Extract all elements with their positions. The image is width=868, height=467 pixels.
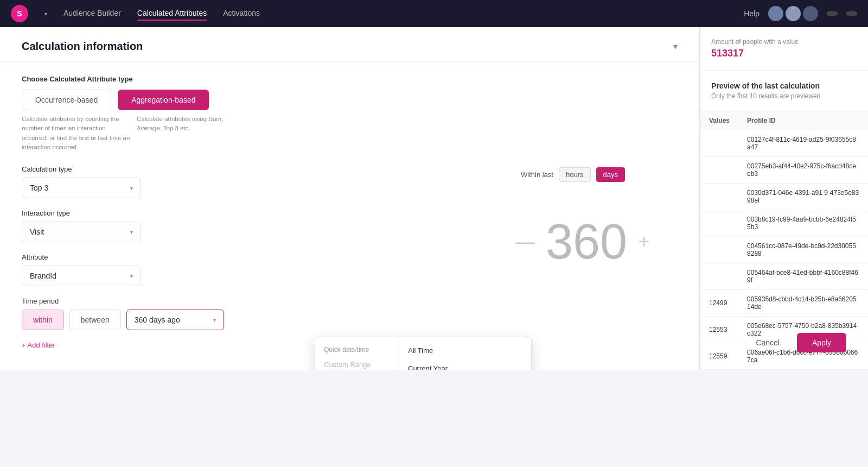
aggregation-based-button[interactable]: Aggregation-based [118,90,209,110]
right-panel: Amount of people with a value 513317 Pre… [700,27,868,370]
attr-type-descs: Calculate attributes by counting the num… [22,115,678,152]
attribute-dropdown[interactable]: BrandId ▾ [22,266,141,286]
aggregation-based-desc: Calculate attributes using Sum, Average,… [137,115,245,152]
avatar-3 [803,6,818,21]
calc-form: Choose Calculated Attribute type Occurre… [0,62,699,362]
avatar-1 [768,6,783,21]
table-cell-value [700,130,738,157]
avatar-group [768,6,818,21]
table-row: 0030d371-046e-4391-a91 9-473e5e8398ef [700,184,868,210]
time-period-controls: within between 360 days ago ▾ [22,310,678,330]
table-cell-value [700,263,738,290]
dropdown-right-panel: All Time Current Year Today Last 6 hours… [399,337,531,370]
preview-subtitle: Only the first 10 results are previewed [711,92,857,100]
table-cell-value [700,210,738,237]
table-cell-value [700,157,738,184]
table-header-row: Values Profile ID [700,111,868,130]
calc-type-dropdown[interactable]: Top 3 ▾ [22,178,141,198]
number-value: 360 [546,217,627,266]
dropdown-all-time[interactable]: All Time [399,342,531,359]
date-dropdown-overlay: Quick date/time Custom Range All Time Cu… [315,337,532,370]
interaction-type-caret-icon: ▾ [130,229,133,235]
calc-type-caret-icon: ▾ [130,185,133,191]
attribute-value: BrandId [30,272,56,280]
table-cell-value [700,237,738,263]
apply-button[interactable]: Apply [797,333,846,352]
increment-button[interactable]: + [638,232,649,251]
time-period-row: Time period within between 360 days ago … [22,297,678,330]
table-cell-profile-id: 005935d8-cbbd-4c14-b25b-e8a6620514de [738,290,868,317]
time-period-label: Time period [22,297,678,305]
table-cell-profile-id: 0030d371-046e-4391-a91 9-473e5e8398ef [738,184,868,210]
preview-table: Values Profile ID 00127c4f-811c-4619-ad2… [700,111,868,370]
attr-type-section: Choose Calculated Attribute type Occurre… [22,75,678,152]
within-last-controls: Within last hours days [521,167,625,182]
within-last-label: Within last [521,171,553,179]
table-cell-value: 12553 [700,317,738,343]
attr-type-label: Choose Calculated Attribute type [22,75,678,83]
attribute-caret-icon: ▾ [130,273,133,279]
table-row: 00127c4f-811c-4619-ad25-9f03655c8a47 [700,130,868,157]
time-value-caret-icon: ▾ [213,317,216,323]
col-profile-id-header: Profile ID [738,111,868,130]
bottom-action-buttons: Cancel Apply [747,333,846,352]
nav-audience-builder[interactable]: Audience Builder [63,7,121,21]
nav-action-button[interactable] [827,11,838,16]
avatar-2 [786,6,801,21]
calc-info-title: Calculation information [22,40,143,53]
occurrence-based-button[interactable]: Occurrence-based [22,90,111,110]
number-stepper: — 360 + [515,217,649,266]
amount-value: 513317 [711,48,857,59]
col-values-header: Values [700,111,738,130]
amount-section: Amount of people with a value 513317 [700,27,868,71]
table-cell-profile-id: 00275eb3-af44-40e2-975c-f6acd48ceeb3 [738,157,868,184]
logo-caret-icon[interactable]: ▾ [44,11,47,17]
content-area: Calculation information ▾ Choose Calcula… [0,27,868,370]
dropdown-current-year[interactable]: Current Year [399,359,531,370]
between-button[interactable]: between [69,310,121,330]
nav-calculated-attributes[interactable]: Calculated Attributes [137,7,207,21]
interaction-type-dropdown[interactable]: Visit ▾ [22,222,141,242]
interaction-type-value: Visit [30,228,44,236]
logo-icon[interactable]: S [11,5,28,22]
days-toggle-button[interactable]: days [596,167,625,182]
calc-type-value: Top 3 [30,184,48,192]
amount-label: Amount of people with a value [711,38,857,46]
table-row: 003b8c19-fc99-4aa9-bcbb-6e24824f55b3 [700,210,868,237]
table-cell-value: 12499 [700,290,738,317]
dropdown-left-panel: Quick date/time Custom Range [315,337,399,370]
top-navigation: S ▾ Audience Builder Calculated Attribut… [0,0,868,27]
collapse-chevron-icon[interactable]: ▾ [673,41,678,52]
preview-title: Preview of the last calculation [711,81,857,90]
table-row: 004561cc-087e-49de-bc9d-22d300558288 [700,237,868,263]
table-cell-profile-id: 00127c4f-811c-4619-ad25-9f03655c8a47 [738,130,868,157]
nav-action-button-2[interactable] [846,11,857,16]
nav-activations[interactable]: Activations [223,7,260,21]
table-cell-profile-id: 003b8c19-fc99-4aa9-bcbb-6e24824f55b3 [738,210,868,237]
time-value-dropdown[interactable]: 360 days ago ▾ [126,310,224,330]
nav-right-area: Help [744,6,857,21]
table-cell-profile-id: 005464af-bce8-41ed-bbbf-4160c88f469f [738,263,868,290]
preview-table-container: Values Profile ID 00127c4f-811c-4619-ad2… [700,111,868,370]
table-row: 00275eb3-af44-40e2-975c-f6acd48ceeb3 [700,157,868,184]
within-button[interactable]: within [22,310,64,330]
left-panel: Calculation information ▾ Choose Calcula… [0,27,700,370]
time-value-text: 360 days ago [135,315,180,324]
help-link[interactable]: Help [744,9,760,18]
dropdown-custom-range[interactable]: Custom Range [315,356,399,370]
decrement-button[interactable]: — [515,232,535,251]
table-cell-value: 12559 [700,343,738,370]
table-row: 12499005935d8-cbbd-4c14-b25b-e8a6620514d… [700,290,868,317]
cancel-button[interactable]: Cancel [747,334,788,351]
hours-toggle-button[interactable]: hours [559,167,591,182]
preview-section-header: Preview of the last calculation Only the… [700,71,868,111]
occurrence-based-desc: Calculate attributes by counting the num… [22,115,130,152]
nav-links: Audience Builder Calculated Attributes A… [63,7,260,21]
table-cell-profile-id: 004561cc-087e-49de-bc9d-22d300558288 [738,237,868,263]
calc-info-header: Calculation information ▾ [0,27,699,62]
table-row: 005464af-bce8-41ed-bbbf-4160c88f469f [700,263,868,290]
attr-type-group: Occurrence-based Aggregation-based [22,90,678,110]
table-cell-value [700,184,738,210]
dropdown-section-title: Quick date/time [315,342,399,356]
